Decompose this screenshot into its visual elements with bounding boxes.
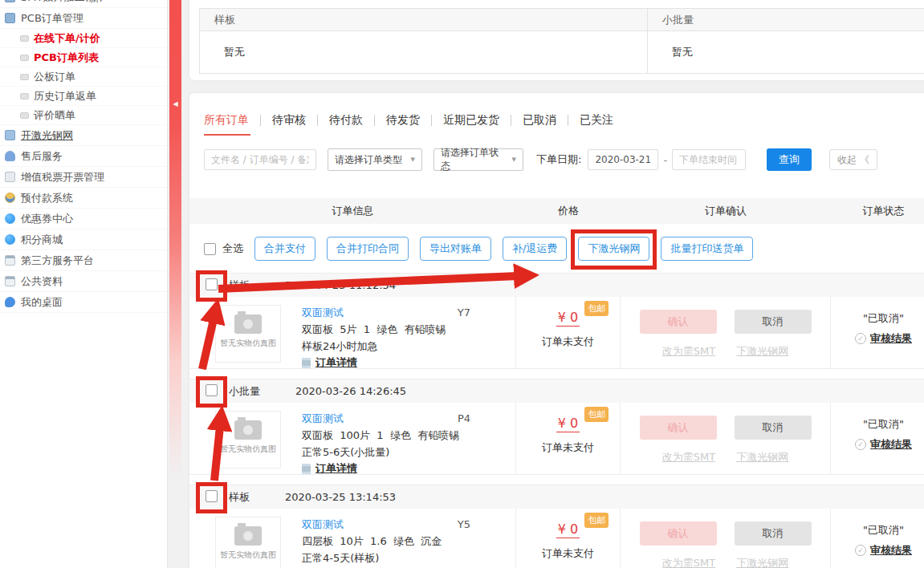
- order-laser-stencil-button[interactable]: 下激光钢网: [578, 237, 649, 261]
- cancel-button[interactable]: 取消: [735, 416, 812, 440]
- change-to-smt-link[interactable]: 改为需SMT: [662, 556, 715, 568]
- sidebar-accent-strip: [169, 0, 181, 481]
- product-image-placeholder[interactable]: 暂无实物仿真图: [215, 305, 281, 363]
- order-status-select[interactable]: 请选择订单状态: [434, 148, 523, 171]
- sidebar-item-smt[interactable]: SMT贴片加工(新): [0, 0, 167, 8]
- free-shipping-badge: 包邮: [584, 513, 609, 528]
- sidebar-item-vat-invoice[interactable]: 增值税票开票管理: [0, 167, 167, 188]
- date-separator: -: [663, 154, 667, 166]
- merge-pay-button[interactable]: 合并支付: [254, 237, 315, 261]
- sidebar-item-after-sales[interactable]: 售后服务: [0, 146, 167, 167]
- sidebar-item-points-mall[interactable]: 积分商城: [0, 229, 167, 250]
- tab-pending-payment[interactable]: 待付款: [318, 113, 374, 128]
- tab-followed[interactable]: 已关注: [568, 113, 625, 128]
- tab-cancelled[interactable]: 已取消: [511, 113, 568, 128]
- laser-stencil-link[interactable]: 下激光钢网: [736, 450, 788, 465]
- sidebar-item-third-party[interactable]: 第三方服务平台: [0, 250, 167, 271]
- sidebar-item-laser-stencil[interactable]: 开激光钢网: [0, 125, 167, 146]
- tab-pending-shipment[interactable]: 待发货: [375, 113, 431, 128]
- review-result-link[interactable]: 审核结果: [870, 331, 912, 346]
- check-circle-icon: [855, 439, 866, 450]
- sidebar-item-label: 我的桌面: [21, 295, 63, 310]
- sidebar-item-coupon-center[interactable]: 优惠券中心: [0, 209, 167, 229]
- tab-recently-shipped[interactable]: 近期已发货: [432, 113, 511, 128]
- sidebar: SMT贴片加工(新) PCB订单管理 在线下单/计价 PCB订单列表 公板订单 …: [0, 0, 168, 568]
- summary-panel: 样板 小批量 暂无 暂无: [189, 0, 924, 80]
- confirm-button[interactable]: 确认: [640, 416, 717, 440]
- sidebar-subitem-history-reorder[interactable]: 历史订单返单: [0, 87, 167, 106]
- order-detail-link[interactable]: 订单详情: [315, 355, 357, 371]
- sidebar-item-label: 售后服务: [21, 149, 63, 164]
- subitem-icon: [20, 74, 29, 80]
- order-type-select[interactable]: 请选择订单类型: [328, 148, 422, 171]
- check-circle-icon: [855, 545, 866, 556]
- order-checkbox[interactable]: [206, 490, 218, 502]
- sidebar-subitem-pcb-order-list[interactable]: PCB订单列表: [0, 48, 167, 67]
- merge-print-contract-button[interactable]: 合并打印合同: [327, 237, 409, 261]
- search-button[interactable]: 查询: [767, 148, 812, 171]
- camera-icon: [234, 526, 262, 546]
- order-price[interactable]: ¥ 0: [556, 416, 580, 432]
- export-statement-button[interactable]: 导出对账单: [420, 237, 491, 261]
- select-all-checkbox[interactable]: [204, 243, 216, 255]
- order-code: Y7: [458, 305, 470, 322]
- order-status-select-value: 请选择订单状态: [441, 146, 507, 173]
- free-shipping-badge: 包邮: [584, 301, 609, 316]
- collapse-button[interactable]: 收起 《: [829, 149, 877, 170]
- keyword-input[interactable]: [204, 149, 316, 170]
- summary-header-sample: 样板: [200, 9, 648, 30]
- change-to-smt-link[interactable]: 改为需SMT: [662, 450, 715, 465]
- product-image-placeholder[interactable]: 暂无实物仿真图: [215, 517, 281, 568]
- pay-status: 订单未支付: [516, 335, 620, 349]
- sidebar-item-label: 公共资料: [21, 274, 63, 289]
- change-to-smt-link[interactable]: 改为需SMT: [662, 344, 715, 359]
- summary-header-smallbatch: 小批量: [648, 9, 924, 30]
- tab-all-orders[interactable]: 所有订单: [204, 113, 260, 128]
- laser-stencil-link[interactable]: 下激光钢网: [736, 344, 788, 359]
- order-spec: 双面板 100片 1 绿色 有铅喷锡: [302, 428, 503, 444]
- sidebar-subitem-review[interactable]: 评价晒单: [0, 106, 167, 125]
- refund-shipping-button[interactable]: 补/退运费: [503, 237, 567, 261]
- order-tabs: 所有订单 待审核 待付款 待发货 近期已发货 已取消 已关注: [189, 93, 924, 131]
- order-checkbox[interactable]: [206, 384, 218, 396]
- order-code: Y5: [458, 517, 470, 534]
- sidebar-collapse-icon[interactable]: [170, 98, 181, 111]
- order-detail-link[interactable]: 订单详情: [315, 460, 357, 477]
- order-spec: 双面板 5片 1 绿色 有铅喷锡: [302, 322, 503, 339]
- sidebar-item-pcb-order-mgmt[interactable]: PCB订单管理: [0, 8, 167, 29]
- header-order-info: 订单信息: [189, 204, 516, 218]
- order-name-link[interactable]: 双面测试: [302, 517, 344, 534]
- bubble-icon: [5, 297, 15, 307]
- laser-stencil-link[interactable]: 下激光钢网: [736, 556, 788, 568]
- order-name-link[interactable]: 双面测试: [302, 411, 344, 428]
- order-state: "已取消": [831, 417, 924, 432]
- sidebar-subitem-public-board[interactable]: 公板订单: [0, 67, 167, 87]
- batch-print-delivery-button[interactable]: 批量打印送货单: [661, 237, 753, 261]
- date-start-input[interactable]: [588, 149, 658, 170]
- subitem-icon: [20, 93, 29, 99]
- order-type-select-value: 请选择订单类型: [335, 153, 402, 167]
- order-delivery: 样板24小时加急: [302, 339, 503, 355]
- cancel-button[interactable]: 取消: [735, 310, 812, 334]
- review-result-link[interactable]: 审核结果: [870, 543, 912, 558]
- coupon-icon: [5, 213, 15, 224]
- order-name-link[interactable]: 双面测试: [302, 305, 344, 322]
- confirm-button[interactable]: 确认: [640, 521, 717, 546]
- order-price[interactable]: ¥ 0: [556, 310, 580, 327]
- sidebar-item-public-resources[interactable]: 公共资料: [0, 271, 167, 292]
- confirm-button[interactable]: 确认: [640, 310, 717, 334]
- sidebar-item-label: 积分商城: [21, 233, 63, 247]
- camera-icon: [234, 314, 262, 334]
- sidebar-subitem-online-order[interactable]: 在线下单/计价: [0, 29, 167, 48]
- image-placeholder-text: 暂无实物仿真图: [216, 338, 280, 349]
- sidebar-item-my-desktop[interactable]: 我的桌面: [0, 292, 167, 313]
- order-price[interactable]: ¥ 0: [556, 521, 580, 538]
- order-checkbox[interactable]: [206, 278, 218, 290]
- order-date-label: 下单日期:: [536, 152, 581, 167]
- product-image-placeholder[interactable]: 暂无实物仿真图: [215, 411, 281, 469]
- tab-pending-review[interactable]: 待审核: [261, 113, 317, 128]
- date-end-input[interactable]: [672, 149, 746, 170]
- cancel-button[interactable]: 取消: [735, 521, 812, 546]
- sidebar-item-prepay[interactable]: 预付款系统: [0, 188, 167, 209]
- review-result-link[interactable]: 审核结果: [870, 437, 912, 452]
